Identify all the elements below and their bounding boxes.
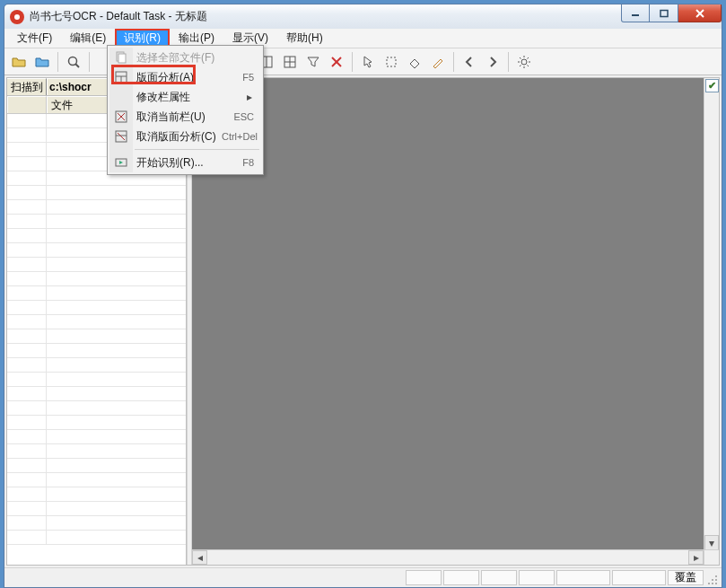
pointer-icon[interactable]	[357, 51, 379, 73]
dd-shortcut: Ctrl+Del	[222, 131, 258, 142]
status-pane	[519, 570, 555, 585]
status-pane	[612, 570, 666, 585]
close-button[interactable]	[678, 4, 722, 22]
scroll-left-icon[interactable]: ◂	[192, 550, 207, 565]
dd-start-recognize[interactable]: 开始识别(R)... F8	[109, 153, 261, 172]
svg-point-27	[715, 575, 717, 577]
scroll-corner	[704, 549, 719, 565]
svg-point-14	[521, 59, 527, 65]
scroll-down-icon[interactable]: ▾	[704, 535, 719, 550]
svg-rect-1	[660, 10, 668, 16]
toolbar-separator	[89, 52, 90, 72]
svg-line-5	[75, 64, 79, 67]
image-canvas[interactable]	[193, 79, 718, 564]
minimize-button[interactable]	[621, 4, 650, 22]
horizontal-scrollbar[interactable]: ◂ ▸	[192, 549, 704, 565]
open-file-icon[interactable]	[31, 51, 53, 73]
svg-point-30	[708, 583, 710, 584]
menu-file[interactable]: 文件(F)	[8, 29, 61, 48]
checkbox-fit[interactable]: ✔	[705, 79, 719, 92]
statusbar: 覆盖	[4, 567, 722, 587]
dd-label: 开始识别(R)...	[136, 155, 204, 171]
zoom-icon[interactable]	[63, 51, 84, 73]
svg-point-31	[712, 583, 713, 584]
filter-icon[interactable]	[302, 51, 324, 73]
dd-layout-analysis[interactable]: 版面分析(A) F5	[109, 67, 261, 87]
overwrite-indicator: 覆盖	[668, 570, 704, 585]
status-pane	[556, 570, 610, 585]
toolbar-separator	[57, 52, 58, 72]
dd-cancel-layout-analysis[interactable]: 取消版面分析(C) Ctrl+Del	[109, 127, 261, 146]
dd-label: 取消当前栏(U)	[136, 110, 206, 125]
maximize-button[interactable]	[650, 4, 678, 22]
open-folder-icon[interactable]	[8, 51, 30, 73]
titlebar: 尚书七号OCR - Default Task - 无标题	[4, 4, 722, 29]
dd-label: 取消版面分析(C)	[136, 129, 216, 145]
resize-grip[interactable]	[704, 568, 720, 587]
dd-label: 版面分析(A)	[136, 70, 194, 85]
vertical-scrollbar[interactable]: ✔ ▾	[704, 78, 719, 550]
pen-icon[interactable]	[427, 51, 449, 73]
svg-point-29	[715, 579, 717, 581]
dd-select-all-files[interactable]: 选择全部文件(F)	[109, 48, 261, 67]
chevron-right-icon: ▸	[247, 91, 252, 103]
dd-shortcut: ESC	[233, 111, 254, 122]
layout-icon	[114, 70, 128, 84]
svg-point-28	[712, 579, 713, 581]
scroll-right-icon[interactable]: ▸	[688, 550, 704, 565]
svg-rect-13	[387, 57, 396, 66]
dd-separator	[135, 149, 259, 150]
cancel-all-icon	[114, 129, 128, 144]
window-title: 尚书七号OCR - Default Task - 无标题	[30, 9, 207, 24]
table-icon[interactable]	[279, 51, 301, 73]
files-icon	[114, 50, 128, 65]
status-pane	[481, 570, 517, 585]
app-icon	[10, 10, 24, 24]
recognize-dropdown: 选择全部文件(F) 版面分析(A) F5 修改栏属性 ▸ 取消当前栏(U) ES…	[107, 45, 264, 175]
scan-path-label: 扫描到	[7, 78, 47, 95]
dd-label: 修改栏属性	[136, 90, 190, 105]
gear-icon[interactable]	[513, 51, 535, 73]
svg-line-25	[118, 133, 125, 140]
toolbar-separator	[453, 52, 454, 72]
toolbar-separator	[508, 52, 509, 72]
status-pane	[443, 570, 479, 585]
file-list-body[interactable]	[7, 114, 186, 565]
status-pane	[406, 570, 442, 585]
menu-help[interactable]: 帮助(H)	[277, 29, 332, 48]
file-icon-col[interactable]	[7, 96, 47, 113]
dd-cancel-current-column[interactable]: 取消当前栏(U) ESC	[109, 107, 261, 127]
dd-label: 选择全部文件(F)	[136, 50, 214, 66]
svg-point-32	[715, 583, 717, 584]
svg-rect-16	[118, 54, 126, 63]
cancel-icon[interactable]	[326, 51, 347, 73]
cancel-icon	[114, 110, 128, 124]
select-rect-icon[interactable]	[380, 51, 402, 73]
run-icon	[114, 155, 128, 170]
arrow-right-icon[interactable]	[482, 51, 503, 73]
dd-shortcut: F5	[242, 72, 254, 83]
image-view-pane: ✔ ▾ ◂ ▸	[192, 78, 719, 565]
arrow-left-icon[interactable]	[459, 51, 480, 73]
eraser-icon[interactable]	[404, 51, 425, 73]
window-controls	[621, 4, 722, 22]
dd-shortcut: F8	[242, 157, 254, 168]
toolbar-separator	[352, 52, 353, 72]
dd-modify-column-props[interactable]: 修改栏属性 ▸	[109, 87, 261, 107]
window-body: 文件(F) 编辑(E) 识别(R) 输出(P) 显示(V) 帮助(H)	[4, 29, 722, 588]
